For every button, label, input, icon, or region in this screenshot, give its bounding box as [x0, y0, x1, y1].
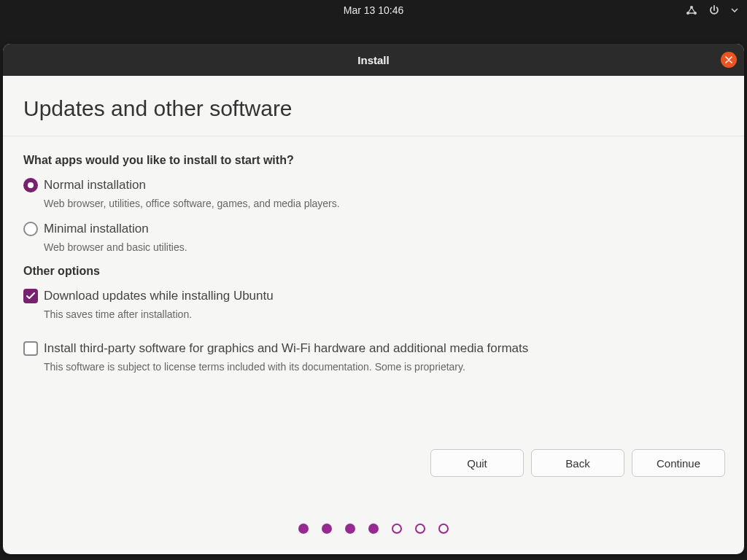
progress-dot-4 [368, 524, 379, 534]
quit-button[interactable]: Quit [430, 449, 524, 477]
back-button[interactable]: Back [531, 449, 624, 477]
thirdparty-label: Install third-party software for graphic… [44, 341, 528, 357]
wizard-buttons: Quit Back Continue [430, 449, 725, 477]
minimal-install-radio[interactable] [23, 222, 38, 236]
normal-install-desc: Web browser, utilities, office software,… [44, 198, 724, 209]
thirdparty-checkbox[interactable] [23, 341, 38, 356]
other-options-heading: Other options [23, 265, 724, 278]
window-title: Install [357, 54, 389, 66]
progress-dot-1 [298, 524, 309, 534]
progress-dot-5 [392, 524, 402, 534]
normal-install-radio[interactable] [23, 178, 38, 192]
thirdparty-option[interactable]: Install third-party software for graphic… [23, 341, 724, 357]
page-content: Updates and other software What apps wou… [3, 76, 744, 373]
progress-indicator [298, 524, 449, 534]
network-icon[interactable] [686, 5, 697, 15]
power-icon[interactable] [709, 5, 719, 15]
progress-dot-3 [345, 524, 355, 534]
thirdparty-desc: This software is subject to license term… [44, 361, 724, 373]
minimal-install-desc: Web browser and basic utilities. [44, 241, 724, 253]
continue-button[interactable]: Continue [632, 449, 725, 477]
divider [3, 136, 744, 136]
installer-window: Install Updates and other software What … [3, 44, 744, 554]
download-updates-checkbox[interactable] [23, 289, 38, 303]
system-top-bar: Mar 13 10:46 [0, 0, 747, 20]
minimal-install-label: Minimal installation [44, 221, 149, 237]
normal-install-option[interactable]: Normal installation [23, 177, 724, 193]
chevron-down-icon[interactable] [731, 8, 738, 12]
progress-dot-7 [438, 524, 449, 534]
download-updates-desc: This saves time after installation. [44, 308, 724, 320]
clock-text: Mar 13 10:46 [344, 4, 404, 16]
page-heading: Updates and other software [23, 96, 724, 121]
progress-dot-6 [415, 524, 425, 534]
normal-install-label: Normal installation [44, 177, 146, 193]
close-button[interactable] [721, 52, 737, 68]
download-updates-label: Download updates while installing Ubuntu [44, 288, 274, 304]
download-updates-option[interactable]: Download updates while installing Ubuntu [23, 288, 724, 304]
close-icon [725, 56, 732, 63]
progress-dot-2 [322, 524, 332, 534]
window-titlebar: Install [3, 44, 744, 76]
minimal-install-option[interactable]: Minimal installation [23, 221, 724, 237]
system-tray [686, 0, 738, 20]
install-type-question: What apps would you like to install to s… [23, 154, 724, 167]
